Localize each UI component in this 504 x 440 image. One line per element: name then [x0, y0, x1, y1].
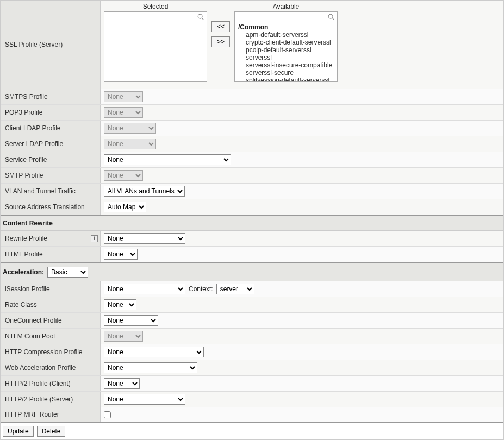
move-right-button[interactable]: >> [211, 36, 230, 47]
server-ldap-profile-label: Server LDAP Profile [1, 136, 101, 152]
available-header: Available [273, 3, 299, 10]
vlan-tunnel-traffic-label: VLAN and Tunnel Traffic [1, 184, 101, 199]
rewrite-profile-select[interactable]: None [104, 233, 185, 244]
web-acceleration-profile-select[interactable]: None [104, 362, 197, 373]
ssl-profile-server-label: SSL Profile (Server) [1, 1, 101, 89]
server-ldap-profile-select: None [104, 139, 156, 149]
smtp-profile-label: SMTP Profile [1, 168, 101, 183]
http2-profile-server-select[interactable]: None [104, 394, 185, 405]
pop3-profile-select: None [104, 107, 143, 118]
available-listbox[interactable]: /Common apm-default-serverssl crypto-cli… [234, 22, 338, 82]
content-rewrite-header-text: Content Rewrite [3, 219, 53, 227]
list-item[interactable]: apm-default-serverssl [235, 31, 337, 39]
list-item[interactable]: crypto-client-default-serverssl [235, 39, 337, 46]
available-search-input[interactable] [235, 12, 337, 22]
smtp-profile-select: None [104, 170, 143, 181]
http2-profile-server-label: HTTP/2 Profile (Server) [1, 392, 101, 407]
list-item[interactable]: serverssl-secure [235, 69, 337, 77]
list-item[interactable]: splitsession-default-serverssl [235, 77, 337, 82]
service-profile-select[interactable]: None [104, 154, 231, 165]
client-ldap-profile-label: Client LDAP Profile [1, 121, 101, 136]
update-button[interactable]: Update [3, 426, 34, 437]
rewrite-profile-label: Rewrite Profile + [1, 231, 101, 246]
list-item[interactable]: pcoip-default-serverssl [235, 46, 337, 54]
acceleration-mode-select[interactable]: Basic [47, 267, 88, 278]
http-mrf-router-label: HTTP MRF Router [1, 407, 101, 422]
ssl-profile-server-text: SSL Profile (Server) [5, 41, 63, 48]
http-compression-profile-select[interactable]: None [104, 347, 204, 357]
oneconnect-profile-select[interactable]: None [104, 315, 158, 326]
pop3-profile-label: POP3 Profile [1, 105, 101, 120]
acceleration-header-text: Acceleration: [3, 268, 44, 276]
list-item[interactable]: serverssl-insecure-compatible [235, 61, 337, 69]
available-search-wrap [234, 11, 338, 22]
plus-icon[interactable]: + [91, 235, 98, 242]
ntlm-conn-pool-select: None [104, 331, 143, 342]
rate-class-select[interactable]: None [104, 299, 136, 310]
selected-header: Selected [143, 3, 169, 10]
smtps-profile-label: SMTPS Profile [1, 89, 101, 104]
isession-context-select[interactable]: server [216, 284, 254, 294]
html-profile-label: HTML Profile [1, 247, 101, 262]
smtps-profile-select: None [104, 91, 143, 102]
http2-profile-client-label: HTTP/2 Profile (Client) [1, 376, 101, 391]
context-label: Context: [189, 285, 213, 293]
ntlm-conn-pool-label: NTLM Conn Pool [1, 329, 101, 344]
selected-search-wrap [104, 11, 207, 22]
list-group[interactable]: /Common [235, 23, 337, 31]
vlan-tunnel-traffic-select[interactable]: All VLANs and Tunnels [104, 186, 185, 197]
isession-profile-label: iSession Profile [1, 281, 101, 297]
oneconnect-profile-label: OneConnect Profile [1, 313, 101, 328]
move-left-button[interactable]: << [211, 21, 230, 32]
html-profile-select[interactable]: None [104, 249, 138, 260]
isession-profile-select[interactable]: None [104, 284, 185, 294]
web-acceleration-profile-label: Web Acceleration Profile [1, 360, 101, 375]
rate-class-label: Rate Class [1, 297, 101, 312]
http-compression-profile-label: HTTP Compression Profile [1, 344, 101, 360]
source-address-translation-select[interactable]: Auto Map [104, 202, 146, 212]
http-mrf-router-checkbox[interactable] [104, 411, 111, 418]
footer-actions: Update Delete [1, 422, 503, 439]
content-rewrite-section: Content Rewrite [1, 215, 503, 231]
selected-search-input[interactable] [104, 12, 207, 22]
service-profile-label: Service Profile [1, 152, 101, 167]
client-ldap-profile-select: None [104, 123, 156, 134]
delete-button[interactable]: Delete [37, 426, 66, 437]
source-address-translation-label: Source Address Translation [1, 199, 101, 215]
selected-listbox[interactable] [104, 22, 207, 82]
list-item[interactable]: serverssl [235, 54, 337, 61]
ssl-profile-dual-list: Selected << >> Available [104, 2, 338, 86]
acceleration-section: Acceleration: Basic [1, 262, 503, 281]
http2-profile-client-select[interactable]: None [104, 378, 140, 389]
